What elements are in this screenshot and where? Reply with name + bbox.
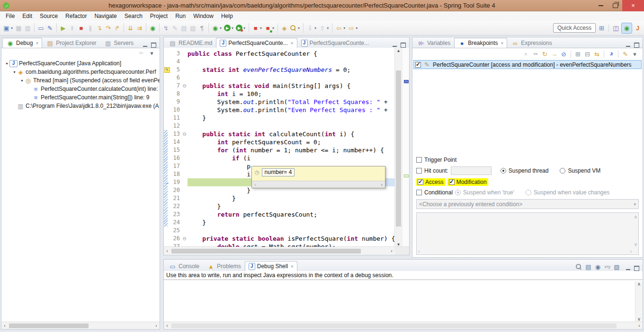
code-line-5[interactable]: ✎5 static int evenPerfectSquareNumbers =… [164, 66, 394, 74]
add-java-exception-breakpoint-icon[interactable]: J! [607, 50, 615, 58]
step-return-icon[interactable]: ↱ [113, 24, 121, 32]
inspected-value[interactable]: number= 4 [262, 168, 295, 176]
view-tab-variables[interactable]: (x)=Variables [413, 38, 454, 48]
run-icon[interactable]: ▶ [224, 25, 231, 31]
open-resource-icon[interactable]: ▤ [180, 24, 188, 32]
popup-hscrollbar[interactable]: ‹ › [252, 181, 385, 188]
view-tab-servers[interactable]: ▥Servers [100, 38, 137, 48]
debug-shell-editor[interactable]: Use this area to write, run and inspect … [164, 271, 643, 322]
debug-perspective-icon[interactable]: ◉ [621, 23, 632, 34]
minimize-view-icon[interactable] [143, 44, 147, 47]
scroll-left-icon[interactable]: ‹ [164, 323, 170, 328]
run-dropdown-icon[interactable]: ▾ [232, 26, 233, 30]
suspend-vm-radio[interactable] [560, 168, 565, 174]
expand-all-icon[interactable]: ⊞ [574, 50, 582, 58]
breakpoint-item[interactable]: ✎PerfectSquareCounter [access and modifi… [413, 60, 642, 69]
debug-dropdown-icon[interactable]: ▾ [220, 26, 222, 30]
minimize-view-icon[interactable] [626, 44, 630, 47]
code-line-21[interactable]: 21 } [164, 194, 394, 202]
scroll-right-icon[interactable]: › [636, 323, 643, 328]
hscrollbar-thumb[interactable] [171, 249, 361, 253]
code-line-4[interactable]: 4 [164, 58, 394, 66]
code-line-14[interactable]: 14 int perfectSquaresCount = 0; [164, 138, 394, 146]
view-tab-debug[interactable]: ◉Debug× [2, 38, 42, 48]
modification-checkbox[interactable] [449, 179, 455, 185]
evaluate-icon[interactable]: x+y [603, 263, 611, 271]
external-tools-icon[interactable]: ✎ [171, 24, 179, 32]
remove-all-terminated-icon[interactable]: ×× [137, 49, 145, 57]
shell-hscrollbar[interactable]: ‹ › [164, 322, 643, 329]
code-editor[interactable]: 3public class PerfectSquareCounter {4✎5 … [164, 48, 394, 247]
open-type-icon[interactable]: ◈ [280, 24, 288, 32]
maximize-view-icon[interactable] [634, 266, 639, 271]
use-step-filters-icon[interactable]: ⇉ [135, 24, 143, 32]
code-line-23[interactable]: 23 return perfectSquaresCount; [164, 210, 394, 218]
debug-icon[interactable]: ◉ [211, 24, 219, 32]
forward-icon[interactable]: ⇨ [347, 24, 355, 32]
code-line-25[interactable]: 25 [164, 227, 394, 235]
view-tab-project-explorer[interactable]: ▤Project Explorer [42, 38, 100, 48]
view-tab-console[interactable]: ▭Console [165, 261, 203, 271]
code-line-6[interactable]: 6 [164, 74, 394, 82]
editor-tab-readme-md[interactable]: ▤README.md [165, 38, 216, 48]
current-line-overview-marker[interactable] [404, 175, 409, 177]
popup-scroll-right-icon[interactable]: › [381, 182, 383, 187]
code-line-26[interactable]: 26⊖ private static boolean isPerfectSqua… [164, 235, 394, 243]
code-line-27[interactable]: 27 double sqrt = Math.sqrt(number); [164, 243, 394, 247]
show-whitespace-icon[interactable]: ¶ [198, 24, 206, 32]
code-line-12[interactable]: 12 [164, 122, 394, 130]
display-result-icon[interactable]: ▤ [584, 263, 592, 271]
editor-tab-perfectsquarecounte-[interactable]: JPerfectSquareCounte...× [216, 38, 297, 48]
hit-count-checkbox[interactable] [416, 168, 422, 174]
terminate-launch-icon[interactable]: ■ [251, 24, 259, 32]
last-edit-location-dropdown-icon[interactable]: ▾ [314, 26, 316, 30]
resume-icon[interactable]: ▶ [59, 24, 67, 32]
terminate-launch-dropdown-icon[interactable]: ▾ [260, 26, 262, 30]
menu-project[interactable]: Project [146, 12, 171, 20]
new-launch-config-icon[interactable]: ↯ [162, 24, 170, 32]
hscrollbar-thumb[interactable] [9, 323, 89, 328]
search-icon[interactable] [289, 24, 297, 32]
suspend-thread-radio[interactable] [501, 168, 506, 174]
code-line-13[interactable]: 13⊖ public static int calculateCount(int… [164, 130, 394, 138]
debug-view-hscrollbar[interactable]: ‹ › [1, 322, 160, 329]
code-line-8[interactable]: 8 int i = 100; [164, 90, 394, 98]
close-tab-icon[interactable]: × [501, 41, 504, 46]
step-over-icon[interactable]: ↷ [104, 24, 112, 32]
editor-tab-perfectsquarecounte-[interactable]: JPerfectSquareCounte... [297, 38, 373, 48]
trigger-point-checkbox[interactable] [416, 157, 422, 163]
fold-collapse-icon[interactable]: ⊖ [181, 235, 188, 243]
debug-tree-item[interactable]: ≡PerfectSquareCounter.calculateCount(int… [1, 85, 160, 93]
scroll-left-icon[interactable]: ‹ [1, 323, 8, 328]
close-window-button[interactable]: × [622, 0, 644, 11]
collapse-icon[interactable]: ▼ [4, 62, 9, 65]
terminate-and-relaunch-dropdown-icon[interactable]: ▾ [272, 26, 274, 30]
maximize-view-icon[interactable] [151, 43, 156, 48]
scroll-right-icon[interactable]: › [153, 323, 160, 328]
back-dropdown-icon[interactable]: ▾ [343, 26, 345, 30]
code-line-24[interactable]: 24 } [164, 218, 394, 227]
menu-help[interactable]: Help [217, 12, 237, 20]
back-icon[interactable]: ⇦ [335, 24, 343, 32]
menu-file[interactable]: File [2, 12, 18, 20]
build-all-icon[interactable]: ▧ [189, 24, 197, 32]
menu-run[interactable]: Run [171, 12, 189, 20]
menu-edit[interactable]: Edit [18, 12, 36, 20]
debug-tree-item[interactable]: ▼◎Thread [main] (Suspended (access of fi… [1, 76, 160, 85]
debug-tree-item[interactable]: ▼JPerfectSquareCounter [Java Application… [1, 59, 160, 68]
minimize-window-button[interactable] [594, 0, 608, 11]
code-line-3[interactable]: 3public class PerfectSquareCounter { [164, 50, 394, 58]
show-supported-breakpoints-icon[interactable]: ↻ [541, 50, 549, 58]
scroll-up-icon[interactable]: ▴ [395, 48, 402, 53]
debug-tree-item[interactable]: ≡PerfectSquareCounter.main(String[]) lin… [1, 93, 160, 102]
open-perspective-icon[interactable]: ⊞ [598, 24, 606, 32]
java-ee-perspective-icon[interactable]: ◫ [612, 24, 620, 32]
clear-page-icon[interactable]: ▧ [613, 263, 621, 271]
view-tab-expressions[interactable]: ∞Expressions [507, 38, 555, 48]
maximize-view-icon[interactable] [634, 43, 639, 48]
search-dropdown-icon[interactable]: ▾ [298, 26, 300, 30]
coverage-icon[interactable]: ▶ [236, 25, 242, 31]
code-line-7[interactable]: 7⊖ public static void main(String[] args… [164, 82, 394, 90]
terminate-and-relaunch-icon[interactable]: ■ [264, 24, 272, 32]
drop-to-frame-icon[interactable]: ⇊ [126, 24, 134, 32]
